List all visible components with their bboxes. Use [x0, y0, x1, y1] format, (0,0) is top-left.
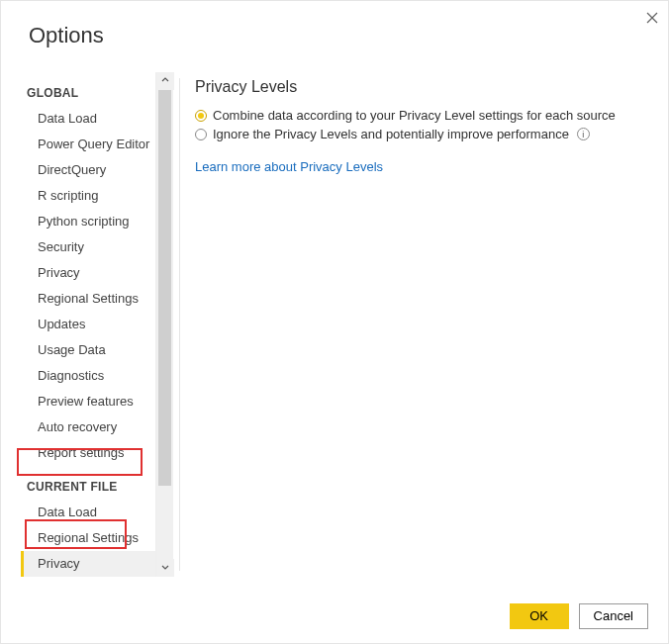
sidebar-item[interactable]: Python scripting: [21, 209, 165, 234]
radio-label: Ignore the Privacy Levels and potentiall…: [213, 127, 569, 141]
cancel-button[interactable]: Cancel: [579, 603, 648, 629]
sidebar-item[interactable]: DirectQuery: [21, 157, 165, 183]
dialog-title: Options: [29, 23, 104, 48]
sidebar-item[interactable]: Auto recovery: [21, 414, 165, 440]
privacy-option-ignore[interactable]: Ignore the Privacy Levels and potentiall…: [195, 125, 644, 143]
chevron-down-icon: [161, 563, 169, 571]
sidebar-item[interactable]: Report settings: [21, 440, 165, 466]
scroll-thumb[interactable]: [158, 90, 171, 486]
privacy-option-combine[interactable]: Combine data according to your Privacy L…: [195, 106, 644, 125]
sidebar-section-header: CURRENT FILE: [21, 466, 165, 500]
chevron-up-icon: [161, 76, 169, 84]
sidebar: GLOBALData LoadPower Query EditorDirectQ…: [21, 72, 169, 577]
sidebar-item[interactable]: Data Load: [21, 500, 165, 525]
learn-more-link[interactable]: Learn more about Privacy Levels: [195, 159, 383, 174]
info-icon[interactable]: i: [577, 128, 590, 140]
close-button[interactable]: [640, 9, 658, 27]
content-pane: Privacy Levels Combine data according to…: [195, 78, 644, 574]
scroll-track[interactable]: [156, 90, 173, 559]
sidebar-item[interactable]: Usage Data: [21, 337, 165, 363]
sidebar-item[interactable]: Preview features: [21, 389, 165, 414]
sidebar-section-header: GLOBAL: [21, 72, 165, 106]
scroll-up-arrow[interactable]: [156, 72, 174, 90]
content-heading: Privacy Levels: [195, 78, 644, 96]
ok-button[interactable]: OK: [510, 603, 569, 629]
sidebar-item[interactable]: Privacy: [21, 551, 165, 577]
radio-icon: [195, 129, 207, 140]
sidebar-item[interactable]: Regional Settings: [21, 286, 165, 312]
sidebar-item[interactable]: R scripting: [21, 183, 165, 209]
sidebar-item[interactable]: Updates: [21, 312, 165, 337]
close-icon: [646, 12, 658, 24]
radio-icon: [195, 110, 207, 122]
sidebar-item[interactable]: Data Load: [21, 106, 165, 132]
sidebar-item[interactable]: Diagnostics: [21, 363, 165, 389]
vertical-divider: [179, 78, 180, 571]
sidebar-item[interactable]: Power Query Editor: [21, 132, 165, 157]
sidebar-item[interactable]: Privacy: [21, 260, 165, 286]
sidebar-scrollbar[interactable]: [155, 72, 173, 577]
sidebar-item[interactable]: Regional Settings: [21, 525, 165, 551]
sidebar-item[interactable]: Security: [21, 234, 165, 260]
scroll-down-arrow[interactable]: [156, 559, 174, 577]
dialog-footer: OK Cancel: [510, 603, 648, 629]
radio-label: Combine data according to your Privacy L…: [213, 108, 616, 123]
